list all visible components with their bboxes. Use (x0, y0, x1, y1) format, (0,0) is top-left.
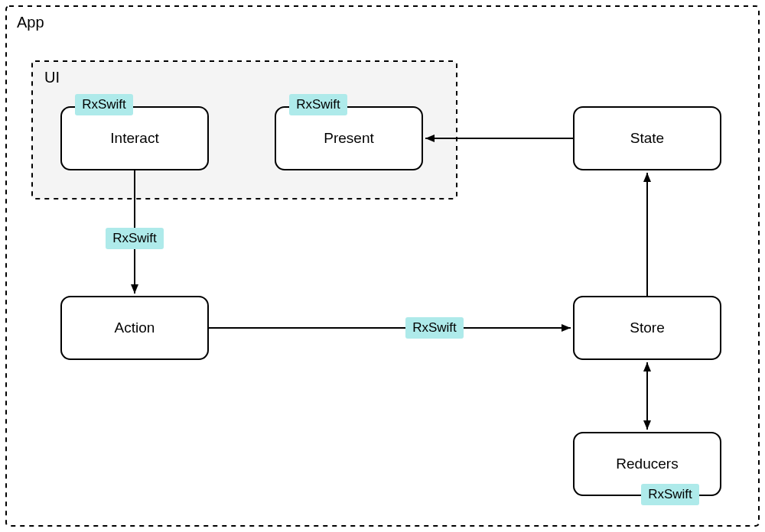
action-node: Action (61, 297, 208, 359)
state-node: State (574, 107, 721, 170)
interact-label: Interact (110, 130, 159, 146)
arrow-interact-to-action-badge-label: RxSwift (112, 231, 157, 245)
reducers-rxswift-badge-label: RxSwift (648, 487, 692, 501)
app-container-label: App (17, 14, 44, 31)
architecture-diagram: App UI Interact RxSwift Present RxSwift … (0, 0, 765, 532)
reducers-label: Reducers (616, 456, 678, 472)
interact-rxswift-badge: RxSwift (75, 94, 133, 115)
arrow-action-to-store-badge: RxSwift (405, 317, 464, 339)
present-rxswift-badge: RxSwift (289, 94, 347, 115)
present-rxswift-badge-label: RxSwift (296, 97, 340, 112)
interact-rxswift-badge-label: RxSwift (82, 97, 126, 112)
store-node: Store (574, 297, 721, 359)
arrow-action-to-store-badge-label: RxSwift (412, 320, 457, 335)
ui-container-label: UI (44, 69, 60, 86)
store-label: Store (630, 320, 664, 336)
present-label: Present (324, 130, 374, 146)
reducers-node: Reducers RxSwift (574, 433, 721, 505)
reducers-rxswift-badge: RxSwift (641, 484, 699, 505)
arrow-interact-to-action-badge: RxSwift (106, 228, 164, 249)
action-label: Action (115, 320, 155, 336)
state-label: State (630, 130, 664, 146)
